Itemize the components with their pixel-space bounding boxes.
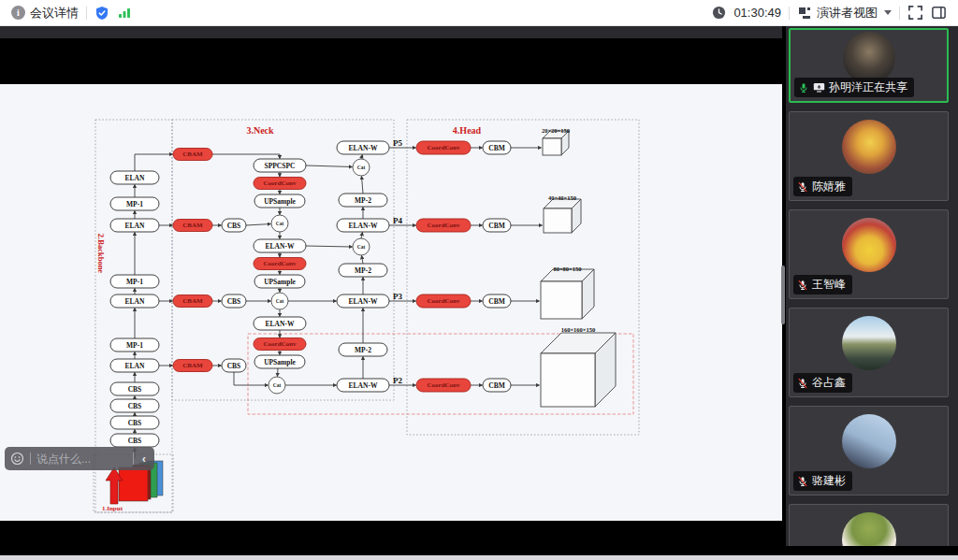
diagram-edge	[306, 246, 353, 247]
view-mode-label: 演讲者视图	[817, 5, 878, 22]
node-label: Cat	[357, 244, 366, 250]
node-label: MP-2	[355, 196, 371, 205]
node-label: MP-1	[126, 341, 143, 350]
participant-tile[interactable]: 陈婧雅	[789, 111, 949, 201]
node-label: CBAM	[182, 222, 203, 229]
security-shield-icon[interactable]	[94, 6, 109, 21]
node-label: CBAM	[182, 297, 203, 305]
participant-tile[interactable]: 骆建彬	[789, 406, 949, 495]
participant-tile[interactable]: 谷占鑫	[789, 308, 949, 397]
divider	[789, 7, 790, 20]
node-label: UPSample	[264, 358, 296, 366]
share-top-strip	[0, 26, 782, 38]
section-title: 2.Backbone	[96, 234, 106, 273]
chat-input[interactable]	[36, 452, 127, 466]
participants-panel: 孙明洋正在共享 陈婧雅	[786, 26, 958, 546]
divider	[133, 452, 134, 465]
node-label: UPSample	[264, 278, 296, 286]
layout-view-icon	[797, 6, 812, 21]
window-bottom-edge	[0, 555, 958, 560]
fullscreen-button[interactable]	[907, 5, 923, 21]
node-label: ELAN-W	[349, 297, 378, 306]
node-label: SPPCSPC	[265, 162, 296, 170]
node-label: MP-1	[126, 278, 143, 286]
node-label: CBS	[128, 419, 142, 427]
pin-label: P3	[393, 292, 402, 301]
feature-cube-front	[541, 281, 582, 319]
diagram-edge	[135, 154, 173, 171]
cube-size-label: 20×20×150	[542, 127, 570, 134]
info-icon: i	[11, 6, 25, 20]
feature-cube-front	[544, 208, 572, 233]
participant-name: 陈婧雅	[812, 179, 846, 194]
node-label: CoordConv	[427, 222, 460, 229]
avatar	[842, 316, 896, 370]
participant-tile-sharing[interactable]: 孙明洋正在共享	[789, 28, 949, 103]
participant-name-tag: 孙明洋正在共享	[794, 78, 914, 97]
node-label: CBAM	[182, 362, 203, 369]
node-label: ELAN-W	[349, 222, 378, 230]
participant-name-tag: 陈婧雅	[793, 177, 852, 196]
meeting-details-button[interactable]: i 会议详情	[11, 5, 79, 22]
node-label: CBS	[227, 297, 241, 306]
node-label: ELAN-W	[349, 144, 378, 152]
pin-label: P4	[393, 216, 402, 225]
mic-muted-icon	[797, 181, 808, 193]
section-title: 4.Head	[453, 125, 482, 136]
node-label: CoordConv	[263, 340, 297, 348]
node-label: CoordConv	[427, 144, 460, 151]
node-label: CBS	[128, 437, 142, 445]
node-label: ELAN	[125, 222, 145, 230]
participants-scrollbar[interactable]	[781, 266, 785, 324]
node-label: ELAN-W	[349, 381, 378, 390]
node-label: CoordConv	[263, 179, 297, 187]
topbar: i 会议详情	[0, 0, 958, 26]
mic-muted-icon	[797, 476, 808, 487]
node-label: ELAN-W	[266, 242, 295, 251]
emoji-icon[interactable]	[10, 452, 24, 466]
mic-muted-icon	[797, 378, 808, 389]
node-label: ELAN	[125, 362, 145, 370]
avatar	[843, 32, 895, 84]
node-label: Cat	[357, 165, 366, 170]
node-label: Cat	[273, 382, 282, 388]
diagram-edge	[246, 224, 271, 226]
diagram-edge	[362, 177, 364, 194]
window-bottom-bar	[786, 546, 958, 555]
participant-name-tag: 谷占鑫	[793, 373, 852, 393]
network-signal-icon[interactable]	[117, 7, 132, 20]
section-title: 1.Input	[102, 505, 123, 512]
avatar	[842, 120, 896, 174]
collapse-chat-chevron-icon[interactable]: ‹	[139, 452, 149, 465]
mic-muted-icon	[797, 280, 808, 291]
node-label: MP-2	[355, 346, 371, 354]
participant-name: 孙明洋正在共享	[829, 79, 907, 95]
node-label: UPSample	[264, 197, 296, 206]
view-mode-button[interactable]: 演讲者视图	[797, 5, 892, 22]
node-label: CBM	[488, 297, 505, 306]
chat-quick-bar: ‹	[5, 447, 154, 470]
chevron-down-icon	[884, 10, 892, 15]
avatar	[842, 512, 896, 546]
divider	[86, 7, 87, 20]
participant-tile[interactable]	[789, 504, 949, 546]
node-label: CBM	[488, 222, 505, 230]
participant-name: 谷占鑫	[812, 375, 846, 391]
diagram-edge	[234, 372, 269, 385]
sidebar-toggle-button[interactable]	[931, 5, 947, 21]
node-label: CoordConv	[263, 260, 297, 267]
node-label: CBS	[128, 402, 142, 410]
pin-label: P2	[393, 376, 402, 385]
node-label: Cat	[276, 221, 284, 226]
mic-on-icon	[798, 82, 809, 93]
avatar	[842, 414, 896, 468]
node-label: CBM	[488, 381, 505, 390]
node-label: CBM	[488, 144, 505, 152]
participant-name-tag: 骆建彬	[793, 471, 852, 491]
cube-size-label: 40×40×150	[548, 194, 576, 201]
participant-tile[interactable]: 王智峰	[789, 209, 949, 299]
node-label: MP-1	[126, 200, 143, 208]
screen-share-icon	[813, 82, 825, 93]
avatar	[842, 218, 896, 272]
node-label: CBS	[227, 362, 241, 370]
